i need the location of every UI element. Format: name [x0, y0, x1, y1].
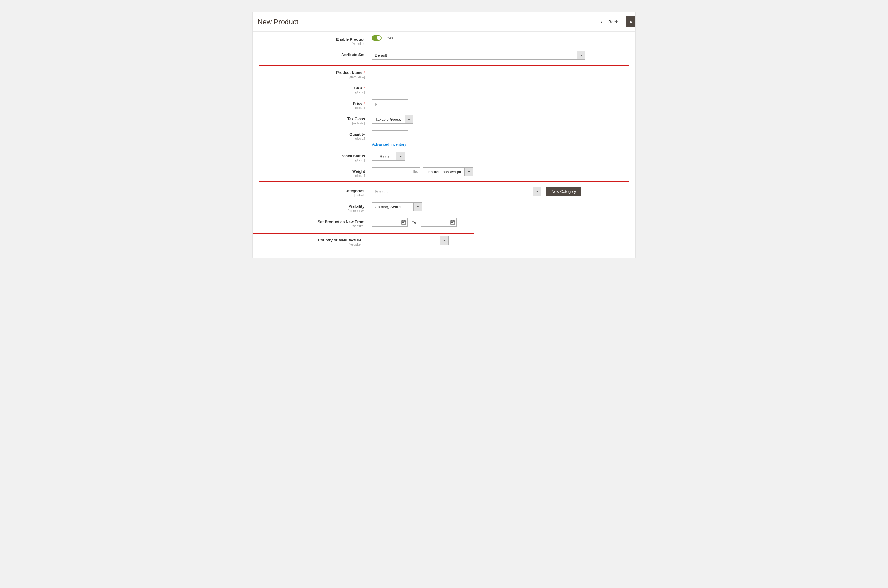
highlight-country: Country of Manufacture [website]	[253, 233, 474, 249]
svg-rect-5	[403, 222, 404, 223]
new-category-button[interactable]: New Category	[546, 187, 581, 196]
price-input[interactable]	[372, 99, 408, 108]
svg-rect-11	[451, 222, 452, 223]
required-marker: *	[364, 86, 365, 90]
categories-select[interactable]: Select...	[372, 187, 542, 196]
advanced-inventory-link[interactable]: Advanced Inventory	[372, 142, 406, 147]
row-sku: SKU* [global]	[259, 84, 629, 94]
chevron-down-icon	[533, 187, 541, 195]
chevron-down-icon	[440, 237, 449, 245]
calendar-icon[interactable]	[401, 220, 406, 225]
tax-class-select[interactable]: Taxable Goods	[372, 115, 413, 124]
row-quantity: Quantity [global] Advanced Inventory	[259, 130, 629, 147]
svg-rect-4	[402, 222, 403, 223]
row-tax-class: Tax Class [website] Taxable Goods	[259, 115, 629, 125]
scope-sku: [global]	[259, 90, 365, 94]
label-weight: Weight	[352, 169, 365, 174]
label-categories: Categories	[345, 189, 364, 193]
enable-product-toggle[interactable]	[372, 35, 382, 40]
chevron-down-icon	[465, 168, 473, 176]
attribute-set-select[interactable]: Default	[372, 51, 585, 60]
scope-product-name: [store view]	[259, 75, 365, 79]
highlight-main-fields: Product Name* [store view] SKU* [global]	[259, 65, 629, 182]
chevron-down-icon	[577, 51, 585, 59]
quantity-input[interactable]	[372, 130, 408, 139]
svg-rect-13	[453, 222, 454, 223]
chevron-down-icon	[413, 202, 422, 211]
label-product-name: Product Name	[336, 70, 362, 75]
back-button[interactable]: ← Back	[597, 18, 621, 26]
row-set-new: Set Product as New From [website] To	[259, 218, 629, 228]
page-title: New Product	[257, 18, 597, 26]
label-attribute-set: Attribute Set	[341, 52, 364, 57]
required-marker: *	[364, 101, 365, 106]
row-price: Price* [global] $	[259, 99, 629, 110]
row-stock-status: Stock Status [global] In Stock	[259, 152, 629, 162]
label-sku: SKU	[354, 86, 362, 90]
scope-categories: [global]	[259, 194, 364, 197]
weight-input[interactable]	[372, 167, 420, 176]
scope-quantity: [global]	[259, 137, 365, 140]
label-enable-product: Enable Product	[336, 37, 364, 42]
new-product-panel: New Product ← Back A Enable Product [web…	[253, 12, 635, 258]
label-country: Country of Manufacture	[318, 238, 361, 242]
label-price: Price	[353, 101, 362, 106]
row-weight: Weight [global] lbs This item has weight	[259, 167, 629, 177]
chevron-down-icon	[396, 152, 405, 160]
scope-tax-class: [website]	[259, 122, 365, 125]
scope-price: [global]	[259, 106, 365, 110]
back-label: Back	[608, 19, 618, 24]
visibility-select[interactable]: Catalog, Search	[372, 202, 422, 211]
scope-weight: [global]	[259, 174, 365, 177]
label-quantity: Quantity	[349, 132, 365, 136]
weight-type-select[interactable]: This item has weight	[423, 167, 473, 176]
scope-set-new: [website]	[259, 224, 364, 228]
row-product-name: Product Name* [store view]	[259, 69, 629, 79]
enable-product-value: Yes	[387, 36, 393, 40]
chevron-down-icon	[405, 115, 413, 123]
primary-action-button[interactable]: A	[626, 16, 635, 27]
form-area: Enable Product [website] Yes Attribute S…	[253, 32, 635, 258]
svg-rect-6	[405, 222, 405, 223]
sku-input[interactable]	[372, 84, 586, 93]
label-stock-status: Stock Status	[342, 154, 365, 158]
calendar-icon[interactable]	[450, 220, 455, 225]
product-name-input[interactable]	[372, 69, 586, 77]
row-attribute-set: Attribute Set Default	[259, 51, 629, 60]
arrow-left-icon: ←	[600, 19, 605, 25]
scope-stock-status: [global]	[259, 158, 365, 162]
stock-status-select[interactable]: In Stock	[372, 152, 405, 161]
row-categories: Categories [global] Select... New Catego…	[259, 187, 629, 197]
to-label: To	[410, 220, 418, 225]
required-marker: *	[364, 70, 365, 75]
country-select[interactable]	[369, 236, 449, 245]
scope-enable-product: [website]	[259, 42, 364, 45]
label-tax-class: Tax Class	[347, 117, 365, 121]
scope-visibility: [store view]	[259, 209, 364, 212]
svg-rect-12	[452, 222, 453, 223]
label-visibility: Visibility	[349, 204, 364, 208]
panel-header: New Product ← Back A	[253, 12, 635, 32]
scope-country: [website]	[253, 243, 361, 246]
label-set-new: Set Product as New From	[318, 219, 364, 224]
row-visibility: Visibility [store view] Catalog, Search	[259, 202, 629, 212]
row-enable-product: Enable Product [website] Yes	[259, 35, 629, 45]
